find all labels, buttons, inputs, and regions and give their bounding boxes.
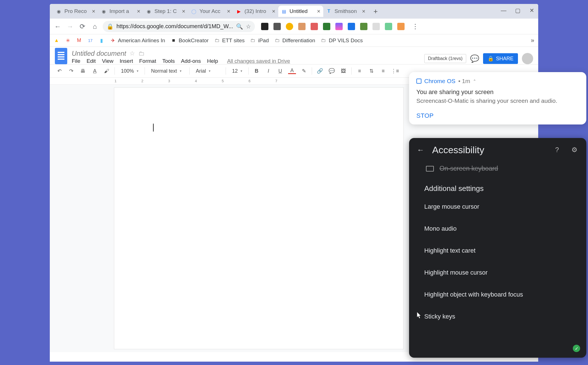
account-avatar[interactable] [522,53,533,64]
undo-button[interactable]: ↶ [55,67,63,75]
document-page[interactable] [114,87,404,349]
bulleted-list-button[interactable]: ⋮≡ [391,67,399,75]
zoom-select[interactable]: 100% [119,67,141,75]
close-icon[interactable]: ✕ [317,9,320,14]
chrome-menu-button[interactable]: ⋮ [411,22,420,31]
draftback-button[interactable]: Draftback (1revs) [424,54,466,63]
bookmarks-overflow[interactable]: » [531,37,534,44]
tab-5-active[interactable]: ▤ Untitled ✕ [278,6,323,17]
print-button[interactable]: 🖶 [79,67,87,75]
extension-icon[interactable] [298,23,306,30]
bookmark-item[interactable]: ■BookCreator [171,37,209,44]
image-button[interactable]: 🖼 [340,67,347,75]
tab-1[interactable]: ◉ Import a ✕ [98,6,143,17]
share-button[interactable]: 🔒 SHARE [483,53,518,64]
accessibility-item[interactable]: Large mouse cursor [409,196,586,218]
help-icon[interactable]: ? [551,144,563,155]
accessibility-item[interactable]: Highlight text caret [409,240,586,262]
accessibility-list[interactable]: On-screen keyboard Additional settings L… [409,162,586,328]
close-icon[interactable]: ✕ [92,9,95,14]
home-button[interactable]: ⌂ [90,22,99,31]
menu-edit[interactable]: Edit [87,58,96,64]
search-icon[interactable]: 🔍 [236,23,243,30]
back-arrow-button[interactable]: ← [415,144,426,155]
text-color-button[interactable]: A [288,68,296,74]
accessibility-item-sticky-keys[interactable]: Sticky keys [409,306,586,328]
fontsize-select[interactable]: 12 [230,67,244,75]
accessibility-item[interactable]: Highlight object with keyboard focus [409,284,586,306]
close-icon[interactable]: ✕ [272,9,275,14]
underline-button[interactable]: U [276,67,284,75]
maximize-button[interactable]: ▢ [513,6,522,15]
move-folder-icon[interactable]: 🗀 [138,50,145,57]
close-window-button[interactable]: ✕ [528,6,536,15]
bookmark-item[interactable]: ✳ [65,38,71,43]
minimize-button[interactable]: — [499,6,508,15]
settings-gear-icon[interactable]: ⚙ [569,144,580,155]
tab-3[interactable]: ◯ Your Acc ✕ [188,6,233,17]
bookmark-item[interactable]: 🗀Differentiation [275,37,315,44]
tab-2[interactable]: ◉ Step 1: C ✕ [143,6,188,17]
menu-view[interactable]: View [102,58,113,64]
numbered-list-button[interactable]: ≡ [379,67,387,75]
bookmark-item[interactable]: ▲ [54,38,59,43]
new-tab-button[interactable]: + [371,6,381,16]
redo-button[interactable]: ↷ [67,67,75,75]
extension-icon[interactable] [335,23,343,30]
link-button[interactable]: 🔗 [316,67,324,75]
bold-button[interactable]: B [253,67,261,75]
tab-6[interactable]: T Smithson ✕ [323,6,368,17]
docs-logo-icon[interactable] [55,48,67,64]
omnibox[interactable]: 🔒 https://docs.google.com/document/d/1MD… [103,21,255,32]
menu-format[interactable]: Format [139,58,156,64]
close-icon[interactable]: ✕ [227,9,230,14]
document-title[interactable]: Untitled document [72,50,126,57]
italic-button[interactable]: I [264,67,272,75]
spellcheck-button[interactable]: A [91,67,99,75]
accessibility-item-cutoff[interactable]: On-screen keyboard [409,162,586,176]
line-spacing-button[interactable]: ⇅ [367,67,375,75]
menu-addons[interactable]: Add-ons [181,58,201,64]
tab-4[interactable]: ▶ (32) Intro ✕ [233,6,278,17]
bookmark-item[interactable]: 🗀ETT sites [214,37,245,44]
comment-button[interactable]: 💬 [328,67,336,75]
reload-button[interactable]: ⟳ [78,22,87,31]
comments-icon[interactable]: 💬 [470,54,479,63]
close-icon[interactable]: ✕ [137,9,140,14]
extension-icon[interactable] [397,23,405,30]
menu-tools[interactable]: Tools [162,58,175,64]
bookmark-item[interactable]: ▮ [99,38,104,43]
extension-icon[interactable] [372,23,380,30]
close-icon[interactable]: ✕ [182,9,185,14]
bookmark-item[interactable]: 17 [87,38,93,43]
extension-icon[interactable] [311,23,318,30]
extension-icon[interactable] [273,23,281,30]
extension-icon[interactable] [385,23,392,30]
chevron-up-icon[interactable]: ⌃ [473,79,476,83]
menu-file[interactable]: File [72,58,80,64]
star-icon[interactable]: ☆ [246,23,251,30]
accessibility-item[interactable]: Highlight mouse cursor [409,262,586,284]
style-select[interactable]: Normal text [149,67,185,75]
bookmark-item[interactable]: ✈American Airlines In [110,37,165,44]
forward-button[interactable]: → [66,22,75,31]
highlight-button[interactable]: ✎ [300,67,308,75]
bookmark-item[interactable]: 🗀iPad [250,37,269,44]
extension-icon[interactable] [261,23,268,30]
paint-format-button[interactable]: 🖌 [103,67,111,75]
align-button[interactable]: ≡ [356,67,363,75]
font-select[interactable]: Arial [194,67,222,75]
accessibility-item[interactable]: Mono audio [409,218,586,240]
extension-icon[interactable] [286,23,293,30]
extension-icon[interactable] [323,23,330,30]
tab-0[interactable]: ◉ Pro Reco ✕ [53,6,98,17]
extension-icon[interactable] [348,23,355,30]
stop-sharing-button[interactable]: STOP [416,112,579,119]
extension-icon[interactable] [360,23,367,30]
close-icon[interactable]: ✕ [362,9,365,14]
menu-help[interactable]: Help [207,58,218,64]
bookmark-item[interactable]: 🗀DP VILS Docs [321,37,363,44]
bookmark-item[interactable]: M [76,38,82,43]
back-button[interactable]: ← [53,22,62,31]
star-icon[interactable]: ☆ [129,50,135,57]
